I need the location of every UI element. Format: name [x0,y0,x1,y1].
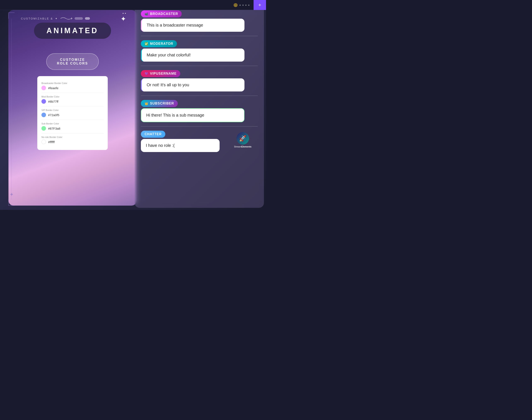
vip-icon: 💜 [145,72,148,75]
chatter-message-text: I have no role :( [146,143,175,148]
broadcaster-color-swatch[interactable] [42,86,46,90]
mod-color-row: Mod Border Color #8b77ff [42,93,104,106]
chatter-section: CHATTER I have no role :( 🚀 StreamElemen… [141,131,258,152]
vip-section: 💜 VIPUSERNAME Or not! It's all up to you [141,70,258,91]
vertical-line-decoration [11,19,12,199]
corner-bracket-top-left [8,13,14,19]
broadcaster-color-label: Broadcaster Border Color [42,82,104,84]
se-logo-icon: 🚀 [237,132,249,145]
left-center: CUSTOMIZEROLE COLORS Broadcaster Border … [9,45,137,156]
norole-color-label: No role Border Color [42,136,104,138]
vip-color-value: #72a0f5 [42,113,104,117]
sparkle-container: ✦ ✦ ✦ [121,12,126,23]
sub-color-swatch[interactable] [42,126,46,131]
sub-color-row: Sub Border Color #87F3a8 [42,120,104,133]
vip-color-hex: #72a0f5 [48,113,59,117]
sub-color-hex: #87F3a8 [48,127,60,130]
separator-2 [141,66,258,66]
broadcaster-section: 📹 BROADCASTER This is a broadcaster mess… [141,10,258,32]
moderator-section: ✅ MODERATOR Make your chat colorful! [141,40,258,62]
animated-badge: ANIMATED [34,23,111,39]
broadcaster-color-row: Broadcaster Border Color #feaefe [42,79,104,93]
dot-3 [245,5,247,6]
broadcaster-badge: 📹 BROADCASTER [141,10,182,17]
moderator-message-bubble: Make your chat colorful! [141,48,244,62]
vip-color-swatch[interactable] [42,113,46,117]
main-background: 😶 + CUSTOMIZABLE & ✦ [0,0,266,210]
dot-1 [239,5,241,6]
subscriber-label: SUBSCRIBER [150,102,174,105]
squiggle-arrow-icon [60,16,72,21]
broadcaster-color-value: #feaefe [42,86,104,90]
norole-color-swatch[interactable] [42,140,46,144]
subscriber-section: 👑 SUBSCRIBER Hi there! This is a sub mes… [141,100,258,122]
broadcaster-message-bubble: This is a broadcaster message [141,19,244,32]
corner-bracket-bottom-left [8,199,14,206]
moderator-icon: ✅ [145,42,148,45]
moderator-message-text: Make your chat colorful! [147,53,191,57]
left-panel-inner: CUSTOMIZABLE & ✦ ✦ ✦ ✦ [9,10,137,206]
separator-3 [141,96,258,96]
pill-1 [75,17,83,20]
broadcaster-icon: 📹 [145,12,148,15]
norole-color-row: No role Border Color #ffffff [42,133,104,147]
mod-color-swatch[interactable] [42,99,46,104]
bottom-star-decoration: ✦ [10,192,14,197]
vip-color-label: VIP Border Color [42,109,104,111]
mod-color-hex: #8b77ff [48,100,58,103]
color-panel: Broadcaster Border Color #feaefe Mod Bor… [37,76,108,150]
broadcaster-color-hex: #feaefe [48,86,58,90]
vip-message-bubble: Or not! It's all up to you [141,78,244,91]
dot-4 [248,5,250,6]
vip-message-text: Or not! It's all up to you [147,83,189,87]
subscriber-message-text: Hi there! This is a sub message [146,113,204,117]
header-area: CUSTOMIZABLE & ✦ ✦ ✦ ✦ [9,10,137,45]
top-bar: 😶 + [0,0,266,10]
sub-color-label: Sub Border Color [42,122,104,125]
streamelements-logo: 🚀 StreamElements [234,132,252,148]
mod-color-label: Mod Border Color [42,95,104,98]
customize-btn-label: CUSTOMIZEROLE COLORS [57,58,88,65]
elements-text: Elements [241,145,252,148]
chatter-label: CHATTER [145,132,162,136]
separator-4 [141,126,258,127]
plus-button[interactable]: + [253,0,266,10]
customizable-label: CUSTOMIZABLE & ✦ [15,16,130,21]
right-panel: 📹 BROADCASTER This is a broadcaster mess… [135,4,264,208]
moderator-label: MODERATOR [150,42,173,46]
streamelements-text: StreamElements [234,145,252,148]
moderator-badge: ✅ MODERATOR [141,40,177,47]
subscriber-message-bubble: Hi there! This is a sub message [141,108,244,122]
vip-label: VIPUSERNAME [150,72,177,75]
stream-text: Stream [234,145,241,148]
pill-2 [85,17,90,20]
norole-color-value: #ffffff [42,140,104,144]
header-star-icon: ✦ [55,17,58,20]
plus-icon: + [258,2,261,8]
top-bar-controls: 😶 [233,3,250,7]
rocket-icon: 🚀 [239,135,246,142]
vip-color-row: VIP Border Color #72a0f5 [42,106,104,120]
subscriber-icon: 👑 [145,102,148,105]
customize-role-colors-button[interactable]: CUSTOMIZEROLE COLORS [46,53,99,70]
mod-color-value: #8b77ff [42,99,104,104]
left-panel: CUSTOMIZABLE & ✦ ✦ ✦ ✦ [8,10,137,206]
chatter-message-bubble: I have no role :( [141,139,220,152]
broadcaster-message-text: This is a broadcaster message [147,23,203,27]
dot-2 [242,5,244,6]
animated-label: ANIMATED [46,26,98,35]
broadcaster-label: BROADCASTER [150,12,178,16]
subscriber-badge: 👑 SUBSCRIBER [141,100,178,107]
customizable-text-label: CUSTOMIZABLE & [21,17,53,20]
sub-color-value: #87F3a8 [42,126,104,131]
separator-1 [141,36,258,36]
emoji-face-icon: 😶 [233,3,238,7]
chatter-badge: CHATTER [141,131,165,138]
animated-badge-container: ANIMATED [15,23,130,45]
norole-color-hex: #ffffff [48,140,55,144]
vip-badge: 💜 VIPUSERNAME [141,70,180,77]
